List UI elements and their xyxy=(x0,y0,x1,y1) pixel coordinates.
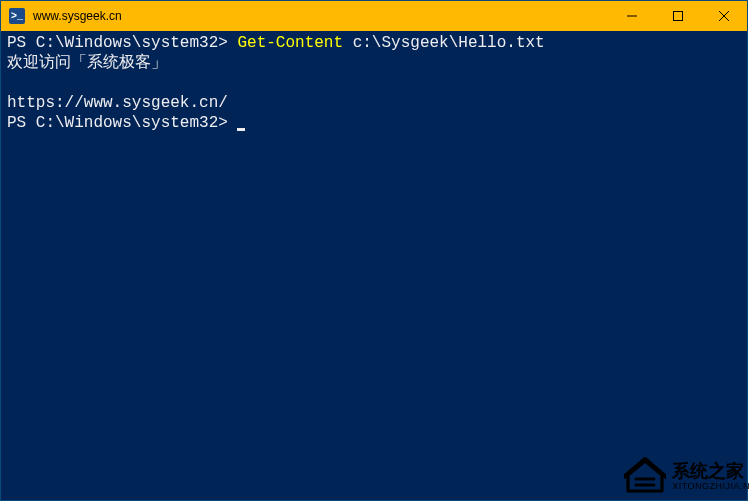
window-controls xyxy=(609,1,747,31)
close-button[interactable] xyxy=(701,1,747,31)
close-icon xyxy=(719,11,729,21)
watermark-en: XITONGZHIJIA.N xyxy=(672,482,750,491)
powershell-icon: >_ xyxy=(9,8,25,24)
prompt-1: PS C:\Windows\system32> xyxy=(7,34,237,52)
terminal-body[interactable]: PS C:\Windows\system32> Get-Content c:\S… xyxy=(1,31,747,500)
house-icon xyxy=(624,457,666,495)
output-line-1: 欢迎访问「系统极客」 xyxy=(7,54,167,72)
command-arg: c:\Sysgeek\Hello.txt xyxy=(343,34,545,52)
powershell-icon-glyph: >_ xyxy=(11,11,23,22)
maximize-button[interactable] xyxy=(655,1,701,31)
watermark: 系统之家 XITONGZHIJIA.N xyxy=(624,457,750,495)
output-line-2: https://www.sysgeek.cn/ xyxy=(7,94,228,112)
svg-rect-1 xyxy=(674,12,683,21)
minimize-button[interactable] xyxy=(609,1,655,31)
watermark-text: 系统之家 XITONGZHIJIA.N xyxy=(672,462,750,491)
prompt-2: PS C:\Windows\system32> xyxy=(7,114,237,132)
command-name: Get-Content xyxy=(237,34,343,52)
window-title: www.sysgeek.cn xyxy=(33,9,609,23)
cursor xyxy=(237,128,245,131)
watermark-cn: 系统之家 xyxy=(672,462,750,480)
titlebar[interactable]: >_ www.sysgeek.cn xyxy=(1,1,747,31)
powershell-window: >_ www.sysgeek.cn PS C:\Windows\system32… xyxy=(0,0,748,501)
minimize-icon xyxy=(627,11,637,21)
maximize-icon xyxy=(673,11,683,21)
